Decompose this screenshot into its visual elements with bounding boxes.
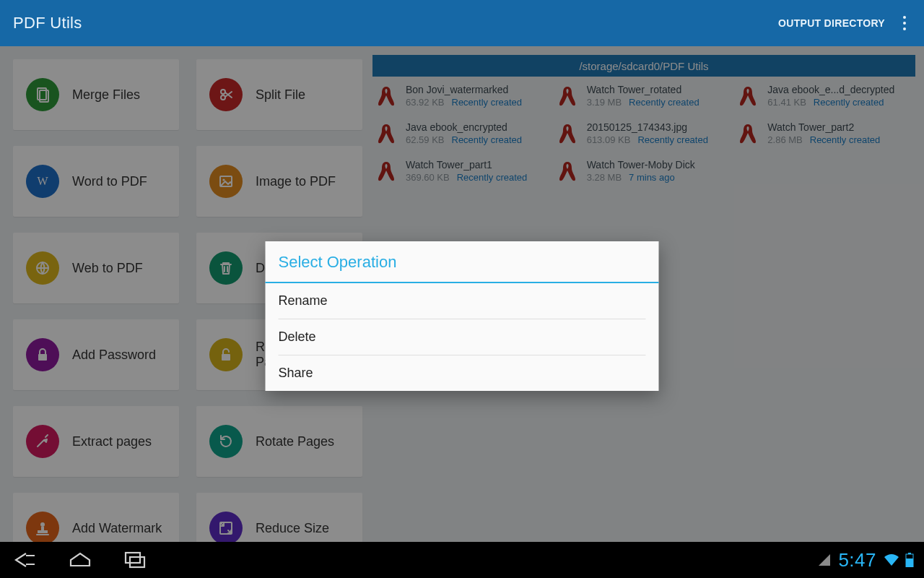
dialog-item-delete[interactable]: Delete bbox=[266, 319, 659, 355]
wifi-icon bbox=[884, 553, 899, 566]
action-bar: PDF Utils OUTPUT DIRECTORY bbox=[0, 0, 924, 46]
select-operation-dialog: Select Operation Rename Delete Share bbox=[266, 241, 659, 391]
dialog-title: Select Operation bbox=[266, 241, 659, 282]
system-navbar: 5:47 bbox=[0, 542, 924, 578]
battery-icon bbox=[905, 553, 914, 567]
overflow-menu-icon[interactable] bbox=[898, 13, 911, 33]
signal-icon bbox=[818, 553, 831, 566]
home-icon[interactable] bbox=[68, 551, 92, 569]
clock: 5:47 bbox=[838, 549, 876, 571]
output-directory-button[interactable]: OUTPUT DIRECTORY bbox=[778, 17, 885, 29]
dialog-item-share[interactable]: Share bbox=[266, 355, 659, 391]
app-title: PDF Utils bbox=[13, 14, 82, 33]
dialog-item-rename[interactable]: Rename bbox=[266, 283, 659, 319]
svg-rect-18 bbox=[906, 558, 913, 567]
recents-icon[interactable] bbox=[123, 551, 147, 569]
back-icon[interactable] bbox=[10, 551, 38, 569]
